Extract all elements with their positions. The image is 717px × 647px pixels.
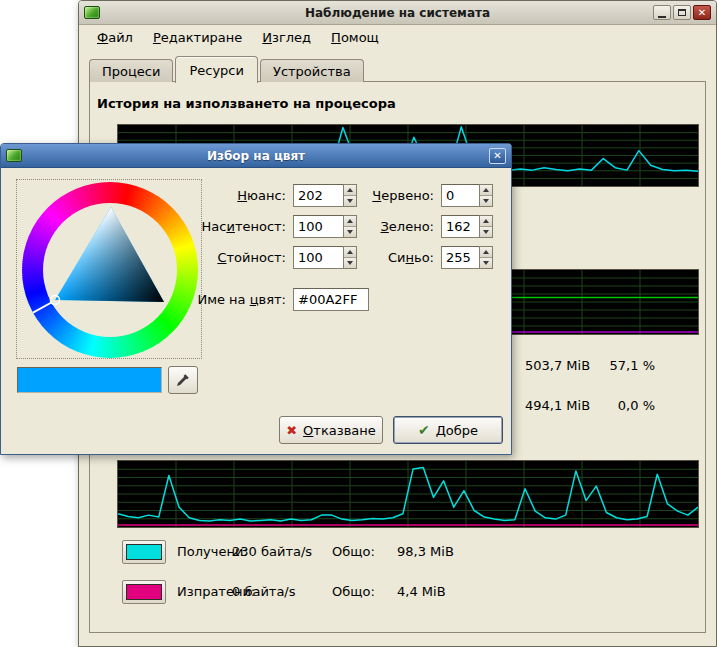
hue-input[interactable] bbox=[293, 184, 343, 207]
color-picker-dialog: Избор на цвят ✕ bbox=[0, 143, 512, 455]
arrow-up-icon bbox=[483, 219, 489, 223]
arrow-up-icon bbox=[483, 250, 489, 254]
green-spinbox bbox=[441, 215, 493, 238]
minimize-button[interactable] bbox=[653, 5, 671, 20]
saturation-spin-up-button[interactable] bbox=[344, 216, 356, 226]
sv-triangle[interactable] bbox=[17, 180, 203, 360]
eyedropper-button[interactable] bbox=[168, 366, 198, 394]
red-label: Червено: bbox=[357, 184, 434, 207]
hue-spinbox bbox=[293, 184, 357, 207]
saturation-input[interactable] bbox=[293, 215, 343, 238]
arrow-up-icon bbox=[483, 188, 489, 192]
hue-spin-up-button[interactable] bbox=[344, 185, 356, 195]
arrow-down-icon bbox=[483, 199, 489, 203]
cancel-button[interactable]: ✖ Отказване bbox=[279, 416, 383, 444]
hue-marker[interactable] bbox=[33, 303, 51, 313]
window-controls: ✕ bbox=[653, 5, 711, 20]
green-spin-up-button[interactable] bbox=[480, 216, 492, 226]
saturation-label: Наситеност: bbox=[201, 215, 286, 238]
value-spinbox bbox=[293, 246, 357, 269]
received-rate: 230 байта/s bbox=[232, 544, 312, 559]
cpu-history-title: История на използването на процесора bbox=[97, 96, 396, 111]
value-spin-down-button[interactable] bbox=[344, 257, 356, 268]
color-wheel[interactable] bbox=[16, 179, 202, 359]
hue-spin-arrows bbox=[343, 184, 357, 207]
main-titlebar[interactable]: Наблюдение на системата ✕ bbox=[79, 1, 716, 25]
arrow-down-icon bbox=[347, 261, 353, 265]
arrow-down-icon bbox=[347, 199, 353, 203]
green-spin-down-button[interactable] bbox=[480, 226, 492, 237]
eyedropper-icon bbox=[175, 372, 191, 388]
received-color-swatch bbox=[126, 544, 162, 560]
saturation-spinbox bbox=[293, 215, 357, 238]
hue-spin-down-button[interactable] bbox=[344, 195, 356, 206]
sent-color-swatch bbox=[126, 584, 162, 600]
received-color-button[interactable] bbox=[122, 540, 166, 564]
dialog-close-icon: ✕ bbox=[493, 151, 501, 161]
received-total: 98,3 MiB bbox=[397, 544, 454, 559]
dialog-titlebar[interactable]: Избор на цвят ✕ bbox=[1, 144, 511, 168]
ok-button[interactable]: ✔ Добре bbox=[393, 416, 503, 444]
desktop: Наблюдение на системата ✕ Файл Редактира… bbox=[0, 0, 717, 647]
menu-view[interactable]: Изглед bbox=[252, 27, 321, 48]
tab-processes[interactable]: Процеси bbox=[89, 59, 173, 82]
saturation-spin-down-button[interactable] bbox=[344, 226, 356, 237]
tab-devices[interactable]: Устройства bbox=[260, 59, 364, 82]
blue-spin-arrows bbox=[479, 246, 493, 269]
sent-total-label: Общо: bbox=[332, 584, 375, 599]
value-spin-up-button[interactable] bbox=[344, 247, 356, 257]
red-spin-arrows bbox=[479, 184, 493, 207]
blue-spin-up-button[interactable] bbox=[480, 247, 492, 257]
value-spin-arrows bbox=[343, 246, 357, 269]
ok-button-label: Добре bbox=[436, 423, 478, 438]
menu-help[interactable]: Помощ bbox=[321, 27, 389, 48]
arrow-up-icon bbox=[347, 250, 353, 254]
dialog-system-monitor-icon bbox=[6, 149, 22, 162]
dialog-window-controls: ✕ bbox=[489, 148, 506, 164]
value-label: Стойност: bbox=[201, 246, 286, 269]
tab-bar: Процеси Ресурси Устройства bbox=[89, 56, 366, 82]
minimize-icon bbox=[658, 16, 666, 18]
sent-total: 4,4 MiB bbox=[397, 584, 446, 599]
arrow-down-icon bbox=[483, 230, 489, 234]
green-label: Зелено: bbox=[357, 215, 434, 238]
red-spinbox bbox=[441, 184, 493, 207]
red-input[interactable] bbox=[441, 184, 479, 207]
network-chart-canvas bbox=[118, 461, 698, 527]
hue-label: Нюанс: bbox=[201, 184, 286, 207]
saturation-spin-arrows bbox=[343, 215, 357, 238]
sent-color-button[interactable] bbox=[122, 580, 166, 604]
arrow-up-icon bbox=[347, 188, 353, 192]
tab-resources[interactable]: Ресурси bbox=[175, 56, 258, 83]
red-spin-down-button[interactable] bbox=[480, 195, 492, 206]
sent-rate: 0 байта/s bbox=[232, 584, 296, 599]
network-history-chart bbox=[117, 460, 699, 528]
arrow-down-icon bbox=[483, 261, 489, 265]
menu-file[interactable]: Файл bbox=[87, 27, 143, 48]
close-icon: ✕ bbox=[698, 8, 706, 18]
swap-used-percent: 0,0 % bbox=[565, 398, 655, 413]
memory-used-percent: 57,1 % bbox=[565, 358, 655, 373]
blue-label: Синьо: bbox=[357, 246, 434, 269]
cancel-button-label: Отказване bbox=[303, 423, 376, 438]
received-total-label: Общо: bbox=[332, 544, 375, 559]
maximize-icon bbox=[678, 9, 686, 16]
blue-spin-down-button[interactable] bbox=[480, 257, 492, 268]
menubar: Файл Редактиране Изглед Помощ bbox=[79, 25, 716, 49]
close-button[interactable]: ✕ bbox=[693, 5, 711, 20]
system-monitor-icon bbox=[84, 6, 100, 19]
menu-edit[interactable]: Редактиране bbox=[143, 27, 252, 48]
green-spin-arrows bbox=[479, 215, 493, 238]
current-color-preview bbox=[17, 367, 162, 393]
arrow-down-icon bbox=[347, 230, 353, 234]
maximize-button[interactable] bbox=[673, 5, 691, 20]
value-input[interactable] bbox=[293, 246, 343, 269]
red-spin-up-button[interactable] bbox=[480, 185, 492, 195]
main-window-title: Наблюдение на системата bbox=[79, 6, 716, 20]
green-input[interactable] bbox=[441, 215, 479, 238]
blue-input[interactable] bbox=[441, 246, 479, 269]
ok-icon: ✔ bbox=[418, 423, 430, 437]
color-name-input[interactable] bbox=[293, 288, 369, 311]
arrow-up-icon bbox=[347, 219, 353, 223]
dialog-close-button[interactable]: ✕ bbox=[489, 148, 506, 164]
